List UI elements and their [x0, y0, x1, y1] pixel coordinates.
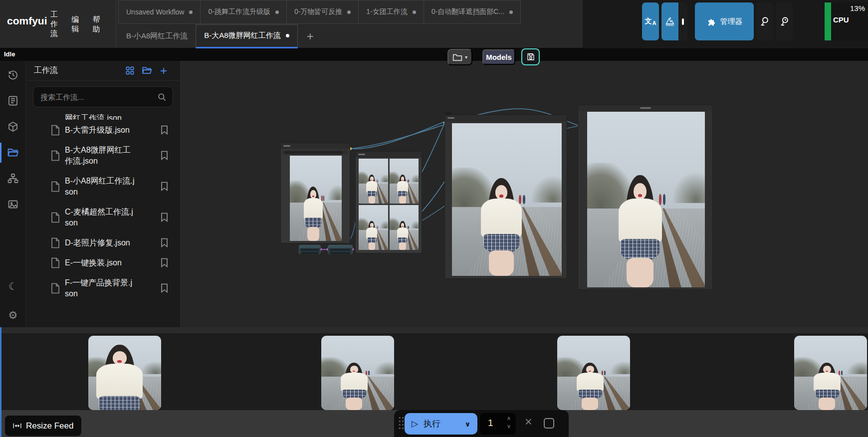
workflow-tab[interactable]: B-大A8微胖网红工作流: [196, 24, 297, 48]
workflow-tab[interactable]: 0-万物皆可反推: [286, 0, 359, 24]
workflows-tab[interactable]: [0, 143, 26, 163]
document-icon: [51, 212, 60, 223]
browse-workflows-button[interactable]: [138, 64, 155, 78]
models-button[interactable]: Models: [482, 49, 515, 65]
menu-workflow[interactable]: 工作流: [50, 10, 58, 38]
workflows-icon: [7, 147, 19, 159]
photo-art: [359, 205, 388, 250]
workflow-list-item[interactable]: B-大雷升级版.json: [26, 121, 180, 140]
feed-image[interactable]: [88, 336, 161, 410]
workflow-tab[interactable]: 1-女团工作流: [358, 0, 424, 24]
photo-legs: [627, 258, 653, 287]
resize-feed-button[interactable]: Resize Feed: [5, 416, 81, 436]
workflow-list-item[interactable]: F-一键产品换背景.json: [26, 273, 180, 303]
bookmark-icon[interactable]: [161, 238, 168, 247]
batch-count-stepper[interactable]: ∧ ∨: [507, 415, 511, 431]
workflow-list-item[interactable]: C-麦橘超然工作流.json: [26, 203, 180, 232]
bookmark-icon[interactable]: [161, 182, 168, 191]
stop-button[interactable]: [544, 418, 554, 429]
unsaved-dot-icon: [275, 10, 279, 14]
batch-preview-node[interactable]: [355, 151, 422, 253]
sidebar-icon-rail: ☾ ⚙: [0, 61, 26, 327]
workflow-folder-button[interactable]: ▾: [447, 49, 472, 65]
photo-face: [113, 351, 127, 365]
bookmark-icon[interactable]: [161, 258, 168, 267]
node-title-bar[interactable]: [445, 115, 567, 122]
generated-image: [359, 205, 388, 250]
collapsed-node[interactable]: [299, 245, 321, 254]
model-library-tab[interactable]: [0, 117, 26, 137]
bookmark-icon[interactable]: [161, 213, 168, 222]
photo-person: [474, 178, 529, 276]
workflow-list-item[interactable]: D-老照片修复.json: [26, 233, 180, 252]
vacuum-icon: [779, 16, 790, 27]
menu-help[interactable]: 帮助: [92, 15, 101, 34]
run-options-chevron-icon[interactable]: ∨: [465, 420, 470, 428]
batch-count-value[interactable]: 1: [488, 418, 493, 429]
node-title-bar[interactable]: [578, 105, 712, 111]
unload-models-button[interactable]: [756, 2, 773, 40]
translate-button[interactable]: 文A: [642, 2, 659, 40]
feed-image[interactable]: [794, 336, 867, 410]
tab-label: B-大A8微胖网红工作流: [204, 31, 280, 40]
gallery-tab[interactable]: [0, 195, 26, 215]
document-icon: [51, 181, 60, 192]
preview-image-node[interactable]: [280, 143, 350, 243]
free-memory-button[interactable]: [776, 2, 793, 40]
bookmark-icon[interactable]: [161, 283, 168, 293]
templates-tab[interactable]: [0, 169, 26, 189]
workflow-list-item[interactable]: 网红工作流.json: [26, 112, 180, 120]
manager-button[interactable]: 管理器: [695, 2, 754, 40]
clear-queue-button[interactable]: ×: [522, 415, 535, 429]
node-widget[interactable]: [283, 150, 348, 155]
workflow-list-item[interactable]: B-大A8微胖网红工作流.json: [26, 141, 180, 171]
photo-legs: [399, 196, 406, 204]
generated-image: [359, 159, 388, 204]
node-library-tab[interactable]: [0, 91, 26, 111]
bookmark-icon[interactable]: [161, 125, 168, 135]
app-logo[interactable]: comfyui: [7, 15, 47, 27]
workflow-list-item[interactable]: E-一键换装.json: [26, 253, 180, 272]
node-title-bar[interactable]: [356, 152, 422, 158]
photo-art: [794, 336, 867, 410]
workflow-file-name: F-一键产品换背景.json: [65, 277, 135, 299]
workflow-tab[interactable]: Unsaved Workflow: [118, 0, 201, 24]
menu-edit[interactable]: 编辑: [71, 15, 80, 34]
node-canvas[interactable]: [181, 61, 868, 327]
grid-view-button[interactable]: [121, 64, 138, 78]
step-down-icon[interactable]: ∨: [507, 423, 511, 430]
photo-blouse: [397, 227, 408, 239]
theme-toggle[interactable]: ☾: [0, 276, 26, 296]
drag-handle[interactable]: [398, 416, 405, 431]
workflow-tab[interactable]: 0-自动翻译遮挡面部C...: [424, 0, 521, 24]
generated-image: [452, 123, 562, 276]
feed-image[interactable]: [557, 336, 630, 410]
save-icon: [526, 52, 535, 61]
generated-image: [88, 336, 161, 410]
run-button[interactable]: ▷ 执行 ∨: [405, 413, 477, 435]
settings-button[interactable]: ⚙: [0, 305, 26, 325]
new-tab-button[interactable]: +: [302, 28, 319, 45]
node-title-bar[interactable]: [281, 143, 350, 149]
mountain-button[interactable]: [661, 2, 678, 40]
workflow-tab[interactable]: 0-跳舞工作流升级版: [200, 0, 286, 24]
unsaved-dot-icon: [286, 34, 289, 37]
save-workflow-button[interactable]: [521, 48, 540, 65]
preview-image-node[interactable]: [578, 105, 713, 290]
new-workflow-button[interactable]: +: [155, 64, 172, 78]
collapse-button[interactable]: [678, 2, 687, 40]
workflow-tab[interactable]: B-小A8网红工作流: [118, 24, 196, 48]
history-tab[interactable]: [0, 65, 26, 85]
search-input[interactable]: [39, 92, 157, 102]
batch-count-field[interactable]: 1 ∧ ∨: [480, 413, 516, 435]
step-up-icon[interactable]: ∧: [507, 415, 511, 422]
feed-image[interactable]: [321, 336, 394, 410]
manager-label: 管理器: [720, 17, 743, 26]
workflow-file-name: 网红工作流.json: [65, 113, 135, 120]
bookmark-icon[interactable]: [161, 151, 168, 160]
collapsed-node[interactable]: [328, 245, 353, 254]
preview-image-node[interactable]: [444, 115, 567, 279]
workflow-list-item[interactable]: B-小A8网红工作流.json: [26, 172, 180, 202]
tab-label: B-小A8网红工作流: [126, 31, 188, 41]
tab-label: Unsaved Workflow: [126, 8, 184, 16]
